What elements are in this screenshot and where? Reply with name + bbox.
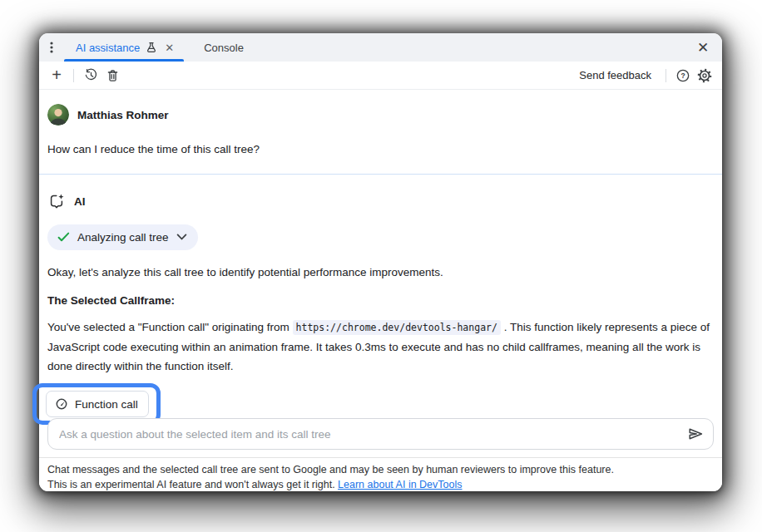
new-chat-button[interactable]: + (46, 65, 67, 86)
ai-body-paragraph: You've selected a "Function call" origin… (47, 318, 714, 376)
chat-conversation: Matthias Rohmer How can I reduce the tim… (39, 90, 722, 415)
chat-input-row (47, 418, 714, 450)
tab-ai-assistance-label: AI assistance (76, 42, 140, 54)
delete-chat-button[interactable] (101, 65, 123, 86)
analysis-status-chip[interactable]: Analyzing call tree (47, 224, 198, 250)
chat-input[interactable] (47, 418, 714, 450)
help-icon: ? (675, 68, 690, 83)
learn-about-ai-link[interactable]: Learn about AI in DevTools (338, 479, 462, 490)
send-button[interactable] (686, 425, 705, 443)
history-icon (84, 68, 98, 82)
inline-code-url: https://chrome.dev/devtools-hangar/ (293, 320, 501, 335)
panel-close-button[interactable]: ✕ (690, 33, 715, 62)
check-icon (57, 232, 70, 243)
disclaimer-line2: This is an experimental AI feature and w… (47, 477, 714, 492)
delete-icon (106, 69, 119, 82)
user-question: How can I reduce the time of this call t… (47, 143, 714, 155)
body-text-before-code: You've selected a "Function call" origin… (47, 321, 293, 333)
settings-button[interactable] (694, 65, 715, 86)
help-button[interactable]: ? (672, 65, 694, 86)
tab-console[interactable]: Console (194, 33, 254, 62)
ai-intro-paragraph: Okay, let's analyze this call tree to id… (47, 266, 714, 278)
tab-bar: AI assistance ✕ Console ✕ (39, 33, 722, 62)
history-button[interactable] (80, 65, 101, 86)
toolbar-divider-right (666, 69, 666, 82)
tab-console-label: Console (204, 42, 244, 54)
settings-icon (697, 68, 712, 83)
ai-message-header: AI (47, 192, 714, 210)
active-tab-underline (64, 59, 184, 62)
ai-name: AI (74, 195, 86, 208)
disclaimer-line1: Chat messages and the selected call tree… (47, 462, 714, 477)
ai-assistance-toolbar: + Send feedback ? (39, 62, 722, 90)
disclaimer-footer: Chat messages and the selected call tree… (39, 457, 722, 491)
user-message-header: Matthias Rohmer (47, 104, 714, 126)
user-name: Matthias Rohmer (77, 109, 169, 121)
function-call-chip[interactable]: Function call (46, 391, 149, 417)
function-call-chip-label: Function call (75, 398, 138, 411)
overflow-menu-button[interactable] (39, 33, 64, 62)
status-chip-label: Analyzing call tree (77, 231, 169, 244)
tab-ai-assistance[interactable]: AI assistance ✕ (64, 33, 184, 62)
send-icon (687, 426, 704, 442)
ai-section-heading: The Selected Callframe: (47, 294, 714, 307)
performance-gauge-icon (55, 397, 68, 411)
toolbar-divider (73, 69, 74, 82)
chevron-down-icon (176, 234, 187, 241)
message-divider (39, 174, 722, 175)
experiment-flask-icon (146, 42, 157, 53)
tab-close-button[interactable]: ✕ (165, 42, 174, 53)
avatar (47, 104, 69, 126)
devtools-ai-assistance-panel: AI assistance ✕ Console ✕ + (39, 33, 722, 491)
ai-spark-icon (47, 192, 66, 210)
svg-text:?: ? (680, 71, 685, 80)
send-feedback-button[interactable]: Send feedback (579, 69, 651, 81)
overflow-menu-icon (46, 41, 57, 54)
